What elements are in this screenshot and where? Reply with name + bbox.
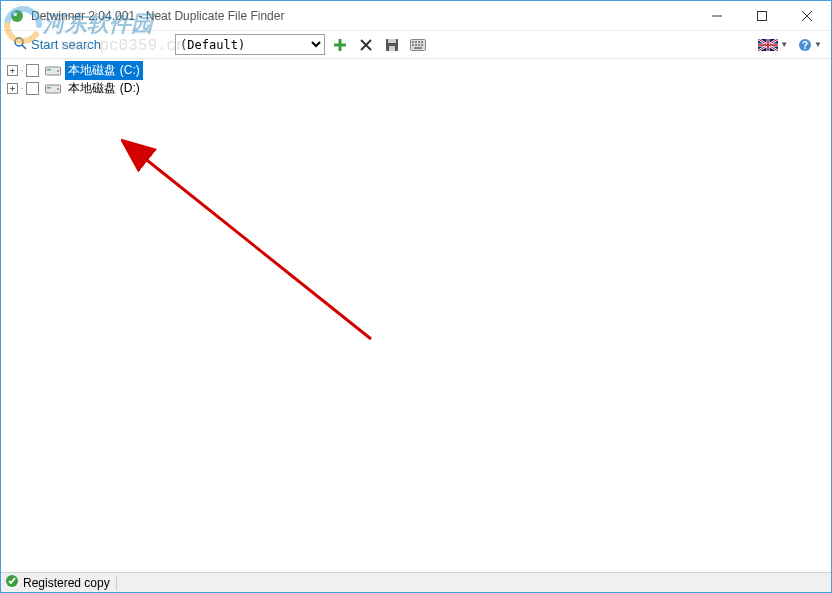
floppy-icon (385, 38, 399, 52)
close-button[interactable] (784, 1, 829, 30)
language-button[interactable]: ▼ (755, 34, 791, 56)
svg-rect-21 (415, 44, 417, 46)
svg-point-30 (57, 70, 59, 72)
profile-select[interactable]: (Default) (175, 34, 325, 55)
check-icon (5, 574, 19, 591)
svg-point-33 (57, 88, 59, 90)
chevron-down-icon: ▼ (814, 40, 822, 49)
maximize-button[interactable] (739, 1, 784, 30)
chevron-down-icon: ▼ (780, 40, 788, 49)
minimize-button[interactable] (694, 1, 739, 30)
svg-rect-16 (412, 41, 414, 43)
keyboard-icon (410, 39, 426, 51)
svg-point-6 (15, 38, 23, 46)
status-divider (116, 576, 117, 590)
help-icon: ? (798, 38, 812, 52)
drive-label[interactable]: 本地磁盘 (D:) (65, 79, 142, 98)
drive-icon (45, 64, 61, 76)
drive-icon (45, 82, 61, 94)
save-profile-button[interactable] (381, 34, 403, 56)
annotation-arrow (121, 139, 381, 349)
expand-toggle[interactable]: + (7, 65, 18, 76)
keyboard-button[interactable] (407, 34, 429, 56)
x-icon (360, 39, 372, 51)
start-search-label: Start search (31, 37, 101, 52)
window-title: Detwinner 2.04.001 - Neat Duplicate File… (31, 9, 694, 23)
svg-rect-24 (414, 47, 422, 49)
tree-row[interactable]: + ·· 本地磁盘 (C:) (5, 61, 827, 79)
statusbar: Registered copy (1, 572, 831, 592)
drive-tree: + ·· 本地磁盘 (C:) + ·· 本地磁盘 (D:) (1, 59, 831, 99)
svg-rect-29 (47, 69, 51, 71)
svg-rect-18 (418, 41, 420, 43)
drive-checkbox[interactable] (26, 82, 39, 95)
svg-line-7 (22, 45, 26, 49)
svg-rect-20 (412, 44, 414, 46)
svg-rect-23 (421, 44, 423, 46)
tree-row[interactable]: + ·· 本地磁盘 (D:) (5, 79, 827, 97)
svg-rect-19 (421, 41, 423, 43)
uk-flag-icon (758, 39, 778, 51)
delete-profile-button[interactable] (355, 34, 377, 56)
plus-icon (333, 38, 347, 52)
drive-checkbox[interactable] (26, 64, 39, 77)
main-content: + ·· 本地磁盘 (C:) + ·· 本地磁盘 (D:) (1, 59, 831, 572)
svg-line-35 (143, 157, 371, 339)
svg-point-1 (13, 12, 17, 16)
tree-connector: ·· (20, 84, 22, 93)
svg-rect-3 (757, 11, 766, 20)
start-search-button[interactable]: Start search (7, 34, 107, 55)
expand-toggle[interactable]: + (7, 83, 18, 94)
svg-point-0 (11, 10, 23, 22)
svg-text:?: ? (802, 40, 808, 51)
add-profile-button[interactable] (329, 34, 351, 56)
titlebar: Detwinner 2.04.001 - Neat Duplicate File… (1, 1, 831, 31)
svg-rect-32 (47, 87, 51, 89)
status-text: Registered copy (23, 576, 110, 590)
drive-label[interactable]: 本地磁盘 (C:) (65, 61, 142, 80)
search-icon (13, 36, 27, 53)
tree-connector: ·· (20, 66, 22, 75)
svg-rect-17 (415, 41, 417, 43)
app-icon (9, 8, 25, 24)
svg-rect-14 (389, 46, 395, 51)
help-button[interactable]: ? ▼ (795, 34, 825, 56)
toolbar: Start search (Default) ▼ (1, 31, 831, 59)
svg-rect-22 (418, 44, 420, 46)
svg-rect-13 (388, 39, 396, 43)
application-window: Detwinner 2.04.001 - Neat Duplicate File… (0, 0, 832, 593)
